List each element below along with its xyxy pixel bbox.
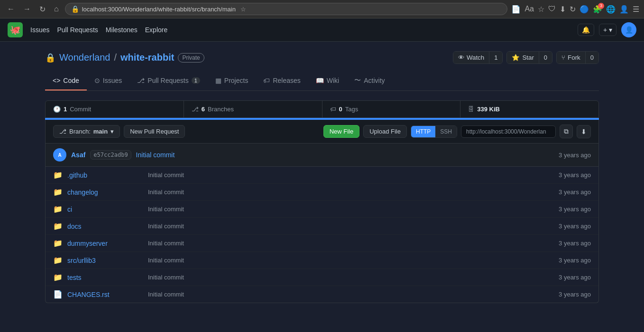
file-name[interactable]: src/urllib3: [67, 257, 143, 264]
file-name[interactable]: dummyserver: [67, 240, 143, 247]
issues-icon: ⊙: [94, 77, 100, 84]
code-icon: <>: [53, 77, 60, 84]
browser-icon-7[interactable]: 🔵: [580, 5, 589, 14]
download-button[interactable]: ⬇: [577, 125, 591, 138]
top-nav: 🐙 Issues Pull Requests Milestones Explor…: [0, 18, 644, 42]
watch-count[interactable]: 1: [489, 52, 502, 63]
tags-stat[interactable]: 🏷 0 Tags: [322, 101, 461, 117]
fork-button[interactable]: ⑂ Fork: [557, 52, 585, 63]
browser-icon-6[interactable]: ↻: [570, 5, 576, 14]
repo-owner[interactable]: Wonderland: [59, 52, 110, 63]
commits-stat[interactable]: 🕐 1 Commit: [46, 101, 184, 117]
browser-icon-hamburger[interactable]: ☰: [633, 5, 639, 14]
browser-icons: 📄 Aa ☆ 🛡 ⬇ ↻ 🔵 🧩 3 🌐 👤 ☰: [511, 5, 639, 14]
nav-milestones[interactable]: Milestones: [106, 26, 138, 34]
browser-icon-5[interactable]: ⬇: [560, 5, 566, 14]
forward-button[interactable]: →: [21, 4, 33, 14]
branch-left: ⎇ Branch: main ▾ New Pull Request: [53, 125, 185, 138]
plus-button[interactable]: + ▾: [599, 24, 616, 36]
activity-icon: 〜: [354, 76, 361, 85]
ssh-btn[interactable]: SSH: [435, 126, 457, 137]
wiki-icon: 📖: [316, 77, 324, 84]
url-bar[interactable]: 🔒 localhost:3000/Wonderland/white-rabbit…: [65, 3, 508, 15]
branch-selector[interactable]: ⎇ Branch: main ▾: [53, 125, 120, 138]
file-commit-message: Initial commit: [148, 240, 554, 247]
home-button[interactable]: ⌂: [52, 4, 61, 14]
repo-name[interactable]: white-rabbit: [120, 52, 174, 63]
star-count[interactable]: 0: [539, 52, 552, 63]
repo-tabs: <> Code ⊙ Issues ⎇ Pull Requests 1 ▦ Pro…: [45, 72, 599, 91]
fork-icon: ⑂: [561, 54, 565, 61]
back-button[interactable]: ←: [5, 4, 17, 14]
file-time: 3 years ago: [559, 223, 591, 230]
file-list: 📁.githubInitial commit3 years ago📁change…: [46, 167, 598, 303]
repo-header: 🔒 Wonderland / white-rabbit Private 👁 Wa…: [45, 51, 599, 64]
nav-issues[interactable]: Issues: [30, 26, 49, 34]
clone-url-input[interactable]: [461, 126, 556, 138]
file-name[interactable]: CHANGES.rst: [67, 291, 143, 298]
watch-button[interactable]: 👁 Watch: [453, 52, 489, 63]
file-commit-message: Initial commit: [148, 206, 554, 213]
tab-pull-requests[interactable]: ⎇ Pull Requests 1: [129, 72, 208, 90]
avatar-text: A: [58, 153, 61, 158]
repo-slash: /: [114, 52, 117, 63]
browser-icon-8[interactable]: 🧩 3: [593, 5, 602, 14]
branches-value: 6: [202, 106, 205, 113]
commit-message[interactable]: Initial commit: [136, 151, 554, 159]
refresh-button[interactable]: ↻: [37, 4, 48, 15]
releases-icon: 🏷: [263, 77, 270, 84]
fork-count[interactable]: 0: [585, 52, 598, 63]
upload-file-button[interactable]: Upload File: [363, 125, 407, 138]
file-commit-message: Initial commit: [148, 274, 554, 281]
file-name[interactable]: docs: [67, 223, 143, 230]
browser-chrome: ← → ↻ ⌂ 🔒 localhost:3000/Wonderland/whit…: [0, 0, 644, 18]
browser-icon-2[interactable]: Aa: [524, 5, 534, 13]
new-pr-button[interactable]: New Pull Request: [124, 125, 185, 138]
file-name[interactable]: tests: [67, 274, 143, 281]
tab-activity[interactable]: 〜 Activity: [347, 72, 392, 90]
table-row: 📁docsInitial commit3 years ago: [46, 218, 598, 235]
nav-pull-requests[interactable]: Pull Requests: [57, 26, 98, 34]
file-time: 3 years ago: [559, 240, 591, 247]
bell-button[interactable]: 🔔: [578, 24, 594, 36]
stats-bar: 🕐 1 Commit ⎇ 6 Branches 🏷 0 Tags 🗄 339 K…: [45, 100, 599, 118]
watch-button-group: 👁 Watch 1: [453, 51, 503, 64]
tab-issues[interactable]: ⊙ Issues: [87, 72, 129, 90]
file-time: 3 years ago: [559, 171, 591, 179]
file-name[interactable]: changelog: [67, 188, 143, 196]
user-avatar[interactable]: 👤: [621, 22, 636, 37]
browser-icon-10[interactable]: 👤: [619, 5, 629, 14]
folder-icon: 📁: [53, 205, 63, 214]
tab-releases[interactable]: 🏷 Releases: [256, 72, 308, 90]
http-btn[interactable]: HTTP: [411, 126, 435, 137]
eye-icon: 👁: [458, 54, 464, 61]
folder-icon: 📁: [53, 188, 63, 197]
branch-bar: ⎇ Branch: main ▾ New Pull Request New Fi…: [46, 120, 598, 144]
branches-stat[interactable]: ⎇ 6 Branches: [184, 101, 322, 117]
tab-projects[interactable]: ▦ Projects: [208, 72, 256, 90]
tab-code[interactable]: <> Code: [45, 72, 87, 90]
repo-title: 🔒 Wonderland / white-rabbit Private: [45, 52, 204, 63]
copy-url-button[interactable]: ⧉: [560, 125, 573, 138]
commit-author[interactable]: Asaf: [71, 151, 85, 159]
file-time: 3 years ago: [559, 257, 591, 264]
browser-icon-1[interactable]: 📄: [511, 5, 521, 14]
browser-icon-4[interactable]: 🛡: [548, 5, 556, 13]
tab-wiki[interactable]: 📖 Wiki: [308, 72, 347, 90]
new-file-button[interactable]: New File: [323, 125, 360, 138]
commit-hash[interactable]: e57cc2adb9: [90, 150, 131, 160]
commit-avatar[interactable]: A: [53, 148, 66, 162]
file-name[interactable]: ci: [67, 206, 143, 213]
folder-icon: 📁: [53, 256, 63, 265]
branch-right: New File Upload File HTTP SSH ⧉ ⬇: [323, 125, 591, 138]
browser-icon-3[interactable]: ☆: [538, 5, 544, 14]
file-name[interactable]: .github: [67, 171, 143, 179]
commits-icon: 🕐: [53, 106, 61, 113]
star-button[interactable]: ⭐ Star: [507, 52, 538, 63]
site-logo[interactable]: 🐙: [8, 22, 23, 37]
browser-icon-9[interactable]: 🌐: [606, 5, 616, 14]
projects-icon: ▦: [215, 77, 221, 84]
nav-explore[interactable]: Explore: [145, 26, 167, 34]
commit-row: A Asaf e57cc2adb9 Initial commit 3 years…: [46, 144, 598, 167]
file-icon: 📄: [53, 290, 63, 299]
